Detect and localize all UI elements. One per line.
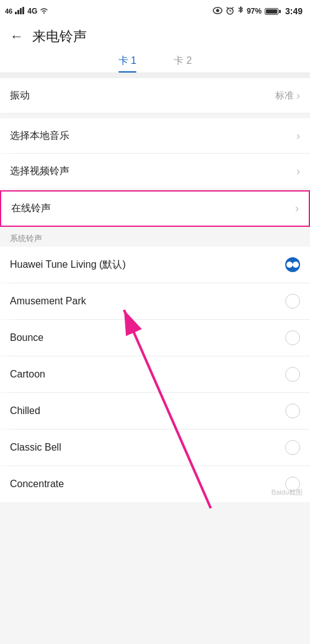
tab-card1[interactable]: 卡 1 bbox=[118, 55, 136, 73]
menu-item-vibrate[interactable]: 振动 标准 › bbox=[0, 78, 310, 113]
battery-icon bbox=[265, 8, 281, 15]
status-left: 46 4G bbox=[5, 7, 48, 16]
radio-circle-cartoon bbox=[285, 367, 300, 382]
svg-point-6 bbox=[216, 9, 219, 12]
back-button[interactable]: ← bbox=[10, 30, 24, 43]
radio-circle-huawei-tune bbox=[285, 257, 300, 272]
bluetooth-icon bbox=[237, 6, 244, 17]
signal-bars bbox=[15, 7, 25, 15]
radio-label-amusement-park: Amusement Park bbox=[10, 296, 86, 307]
menu-item-online-ringtone[interactable]: 在线铃声 › bbox=[0, 190, 310, 227]
radio-label-classic-bell: Classic Bell bbox=[10, 442, 61, 453]
radio-label-bounce: Bounce bbox=[10, 332, 43, 343]
svg-rect-2 bbox=[20, 8, 22, 14]
page-title: 来电铃声 bbox=[32, 27, 87, 46]
eye-icon bbox=[213, 7, 223, 16]
radio-circle-amusement-park bbox=[285, 294, 300, 309]
svg-point-4 bbox=[43, 12, 45, 14]
svg-rect-3 bbox=[22, 7, 24, 14]
time-display: 3:49 bbox=[285, 6, 303, 16]
local-music-chevron: › bbox=[296, 130, 300, 143]
svg-rect-1 bbox=[17, 10, 19, 14]
network-type: 4G bbox=[27, 7, 37, 15]
status-right: 97% 3:49 bbox=[213, 6, 303, 17]
radio-item-concentrate[interactable]: Concentrate bbox=[0, 466, 310, 502]
radio-label-chilled: Chilled bbox=[10, 405, 40, 417]
menu-item-video-ringtone[interactable]: 选择视频铃声 › bbox=[0, 154, 310, 188]
battery-percentage: 97% bbox=[247, 7, 262, 15]
status-bar: 46 4G bbox=[0, 0, 310, 22]
vibrate-value: 标准 bbox=[275, 90, 294, 102]
section-label-system-ringtone: 系统铃声 bbox=[0, 228, 310, 247]
radio-circle-bounce bbox=[285, 330, 300, 345]
online-ringtone-chevron: › bbox=[295, 202, 299, 215]
carrier-text: 46 bbox=[5, 7, 12, 15]
vibrate-chevron: › bbox=[296, 89, 300, 102]
radio-item-huawei-tune[interactable]: Huawei Tune Living (默认) bbox=[0, 247, 310, 283]
divider-3 bbox=[10, 188, 310, 189]
radio-item-bounce[interactable]: Bounce bbox=[0, 320, 310, 356]
alarm-icon bbox=[226, 6, 234, 17]
radio-item-chilled[interactable]: Chilled bbox=[0, 393, 310, 429]
radio-item-classic-bell[interactable]: Classic Bell bbox=[0, 430, 310, 465]
radio-item-amusement-park[interactable]: Amusement Park bbox=[0, 283, 310, 319]
tab-card2[interactable]: 卡 2 bbox=[174, 55, 192, 73]
local-music-label: 选择本地音乐 bbox=[10, 130, 69, 143]
radio-circle-chilled bbox=[285, 404, 300, 418]
menu-item-local-music[interactable]: 选择本地音乐 › bbox=[0, 118, 310, 153]
vibrate-label: 振动 bbox=[10, 89, 30, 102]
radio-item-cartoon[interactable]: Cartoon bbox=[0, 356, 310, 392]
video-ringtone-chevron: › bbox=[296, 165, 300, 178]
radio-label-huawei-tune: Huawei Tune Living (默认) bbox=[10, 258, 126, 271]
vibrate-right: 标准 › bbox=[275, 89, 300, 102]
radio-label-concentrate: Concentrate bbox=[10, 479, 64, 490]
radio-label-cartoon: Cartoon bbox=[10, 369, 45, 380]
radio-circle-classic-bell bbox=[285, 440, 300, 455]
tabs-container: 卡 1 卡 2 bbox=[0, 48, 310, 73]
section-divider-top bbox=[0, 73, 310, 78]
radio-list: Huawei Tune Living (默认)Amusement ParkBou… bbox=[0, 247, 310, 502]
video-ringtone-label: 选择视频铃声 bbox=[10, 165, 69, 178]
watermark: Baidu截图 bbox=[272, 488, 303, 497]
online-ringtone-label: 在线铃声 bbox=[11, 202, 51, 215]
header: ← 来电铃声 bbox=[0, 22, 310, 48]
wifi-icon bbox=[40, 7, 48, 16]
svg-rect-0 bbox=[15, 12, 17, 14]
section-divider-1 bbox=[0, 113, 310, 118]
